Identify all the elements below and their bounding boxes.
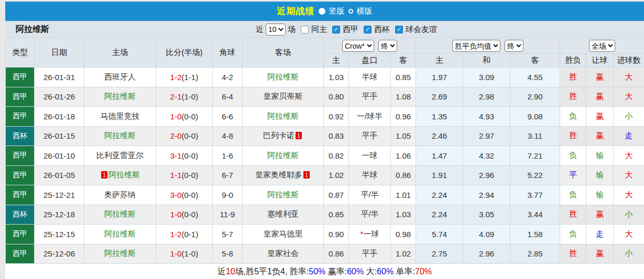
summary-part: 60% <box>377 267 394 276</box>
away-team-name: 皇家马德里 <box>264 229 303 238</box>
handicap-result-cell: 赢 <box>586 244 614 264</box>
league-type-badge: 西甲 <box>6 244 35 264</box>
away-team-name: 阿拉维斯 <box>267 72 299 81</box>
league-type-badge: 西杯 <box>6 205 35 225</box>
home-odds-cell: 0.85 <box>324 205 349 225</box>
home-odds-cell: 1.02 <box>324 165 349 185</box>
league-type-badge: 西甲 <box>6 165 35 185</box>
home-team-name: 马德里竞技 <box>101 111 140 120</box>
avg-type-select[interactable]: 胜平负均值 <box>452 40 500 52</box>
home-team-cell: 比利亚雷亚尔 <box>84 146 156 166</box>
avg-draw-cell: 2.98 <box>463 87 510 107</box>
cup-label[interactable]: 西杯 <box>374 25 390 35</box>
avg-draw-cell: 3.09 <box>463 68 510 87</box>
odds-period-select[interactable]: 终 <box>378 40 397 52</box>
same-home-checkbox[interactable] <box>301 26 309 34</box>
home-team-cell: 阿拉维斯 <box>84 225 156 244</box>
away-team-name: 阿拉维斯 <box>267 190 299 199</box>
date-cell: 25-12-06 <box>35 244 84 264</box>
avg-draw-cell: 4.32 <box>463 146 510 166</box>
result-cell: 胜 <box>560 68 586 87</box>
page-title: 近期战绩 <box>277 5 315 17</box>
match-row: 西甲25-12-21奥萨苏纳3-0(0-0)9-0阿拉维斯0.87平/半1.01… <box>6 185 644 205</box>
result-cell: 负 <box>560 185 586 205</box>
summary-part: 10 <box>226 267 235 276</box>
home-team-name: 阿拉维斯 <box>104 92 136 101</box>
handicap-name: 半球 <box>362 170 378 179</box>
goals-result-cell: 小 <box>614 244 644 264</box>
avg-select-group: 胜平负均值 终 <box>416 38 560 54</box>
full-time-score: 3-0 <box>170 191 182 199</box>
horizontal-layout-radio[interactable] <box>348 9 353 14</box>
date-cell: 26-01-15 <box>35 126 84 146</box>
corners-cell: 11-9 <box>213 205 243 225</box>
horizontal-layout-label[interactable]: 横版 <box>357 6 373 16</box>
home-team-name: 比利亚雷亚尔 <box>96 151 144 160</box>
liga-label[interactable]: 西甲 <box>343 25 358 35</box>
league-type-badge: 西甲 <box>6 87 35 107</box>
handicap-result-cell: 赢 <box>586 87 614 107</box>
vertical-layout-radio[interactable] <box>319 8 325 15</box>
cup-checkbox[interactable]: ✓ <box>364 26 372 34</box>
home-team-name: 阿拉维斯 <box>104 229 136 238</box>
scope-select[interactable]: 全场 <box>589 40 615 52</box>
avg-home-cell: 2.24 <box>416 205 463 225</box>
handicap-cell: 平手 <box>349 244 391 264</box>
away-team-name: 阿拉维斯 <box>267 151 299 160</box>
handicap-name: 一/球半 <box>357 111 383 120</box>
home-team-cell: 1阿拉维斯 <box>84 165 156 185</box>
result-cell: 负 <box>560 225 586 244</box>
recent-label: 近 <box>256 25 264 35</box>
home-odds-cell: 1.03 <box>324 68 349 87</box>
vertical-layout-label[interactable]: 竖版 <box>329 6 345 16</box>
liga-checkbox[interactable]: ✓ <box>332 26 340 34</box>
home-odds-cell: 0.83 <box>324 126 349 146</box>
home-odds-cell: 0.86 <box>324 244 349 264</box>
home-team-name: 阿拉维斯 <box>104 209 136 218</box>
match-row: 西杯26-01-15阿拉维斯2-0(0-0)4-8巴列卡诺10.83平手1.05… <box>6 126 644 146</box>
summary-part: 70% <box>415 267 432 276</box>
goals-result-cell: 大 <box>614 87 644 107</box>
half-time-score: (0-0) <box>182 210 199 219</box>
full-time-score: 2-1 <box>170 92 182 101</box>
handicap-result-cell: 走 <box>586 225 614 244</box>
filters-group: 近 10 场 同主 ✓ 西甲 ✓ 西杯 ✓ 球会友谊 <box>256 21 437 38</box>
score-cell: 1-0(0-0) <box>156 107 213 127</box>
avg-home-cell: 1.97 <box>416 68 463 87</box>
away-odds-cell: 0.96 <box>391 107 416 127</box>
match-row: 西甲26-01-18马德里竞技1-0(0-0)6-6阿拉维斯0.92一/球半0.… <box>6 107 644 127</box>
score-cell: 1-2(1-1) <box>156 68 213 87</box>
away-odds-cell: 0.86 <box>391 165 416 185</box>
handicap-name: 半球 <box>362 72 378 81</box>
result-cell: 平 <box>560 165 586 185</box>
subcol-handicap: 盘口 <box>349 54 391 68</box>
avg-home-cell: 1.47 <box>416 146 463 166</box>
summary-part: 单率: <box>394 267 415 276</box>
goals-result-cell: 大 <box>614 225 644 244</box>
away-team-cell: 皇家贝蒂斯 <box>243 87 324 107</box>
date-cell: 26-01-26 <box>35 87 84 107</box>
recent-suffix-label: 场 <box>288 25 296 35</box>
score-cell: 1-0(0-0) <box>156 205 213 225</box>
avg-home-cell: 2.75 <box>416 244 463 264</box>
result-cell: 胜 <box>560 244 586 264</box>
corners-cell: 6-4 <box>213 87 243 107</box>
league-type-badge: 西甲 <box>6 107 35 127</box>
match-row: 西甲26-01-051阿拉维斯1-1(0-0)6-7皇家奥维耶多11.02半球0… <box>6 165 644 185</box>
friendly-label[interactable]: 球会友谊 <box>406 25 437 35</box>
avg-home-cell: 2.46 <box>416 126 463 146</box>
summary-part: 60% <box>347 267 364 276</box>
friendly-checkbox[interactable]: ✓ <box>395 26 403 34</box>
handicap-cell: 一/球半 <box>349 107 391 127</box>
home-team-cell: 阿拉维斯 <box>84 205 156 225</box>
same-home-label[interactable]: 同主 <box>311 25 327 35</box>
avg-period-select[interactable]: 终 <box>505 40 523 52</box>
match-row: 西甲26-01-10比利亚雷亚尔3-1(0-0)1-6阿拉维斯0.82一球1.0… <box>6 146 644 166</box>
match-row: 西甲26-01-31西班牙人1-2(1-1)4-2阿拉维斯1.03半球0.851… <box>6 68 644 87</box>
corners-cell: 9-0 <box>213 185 243 205</box>
result-cell: 胜 <box>560 205 586 225</box>
full-time-score: 1-1 <box>170 171 182 180</box>
recent-count-select[interactable]: 10 <box>266 24 286 36</box>
result-cell: 胜 <box>560 126 586 146</box>
odds-company-select[interactable]: Crow* <box>342 40 374 52</box>
